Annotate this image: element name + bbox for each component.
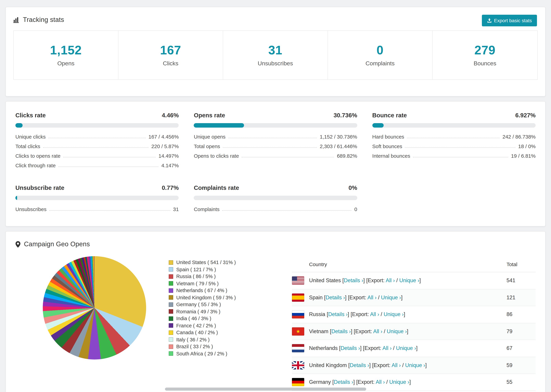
header-country: Country (309, 261, 507, 267)
static-text: ] [Export: (360, 345, 382, 351)
static-text: ] [Export: (351, 328, 373, 334)
export-unique-link[interactable]: Unique › (405, 362, 425, 368)
export-all-link[interactable]: All › (382, 345, 391, 351)
export-all-link[interactable]: All › (367, 294, 376, 300)
legend-swatch (169, 344, 173, 349)
export-unique-link[interactable]: Unique › (381, 294, 401, 300)
export-all-link[interactable]: All › (370, 311, 379, 317)
static-text: ] (419, 278, 421, 283)
flag-cell (292, 344, 309, 352)
flag-cell (292, 378, 309, 386)
dotted-leader (58, 166, 159, 167)
detail-label: Internal bounces (372, 153, 410, 159)
detail-label: Hard bounces (372, 133, 404, 139)
export-unique-link[interactable]: Unique › (389, 379, 409, 385)
details-link[interactable]: Details › (328, 311, 348, 317)
dotted-leader (63, 157, 156, 157)
detail-row: Soft bounces18 / 0% (372, 141, 536, 151)
export-all-link[interactable]: All › (386, 278, 395, 283)
detail-row: Clicks to opens rate14.497% (15, 151, 179, 161)
rate-block: Opens rate30.736%Unique opens1,152 / 30.… (194, 112, 357, 170)
details-link[interactable]: Details › (350, 362, 369, 368)
country-total: 541 (507, 278, 536, 284)
table-row: United Kingdom [Details ›] [Export: All … (292, 357, 536, 374)
dotted-leader (49, 210, 170, 210)
detail-label: Soft bounces (372, 143, 402, 149)
rate-value: 6.927% (515, 112, 536, 119)
static-text: ] [Export: (363, 278, 386, 283)
static-text: [ (342, 278, 344, 283)
legend-label: Romania ( 49 / 3% ) (176, 309, 220, 314)
export-unique-link[interactable]: Unique › (399, 278, 419, 283)
geo-content: United States ( 541 / 31% )Spain ( 121 /… (15, 256, 536, 391)
legend-label: Germany ( 55 / 3% ) (176, 302, 221, 307)
country-name: United Kingdom (309, 362, 348, 368)
geo-legend: United States ( 541 / 31% )Spain ( 121 /… (169, 256, 289, 357)
rate-block: Clicks rate4.46%Unique clicks167 / 4.456… (15, 112, 179, 170)
export-icon (487, 18, 492, 23)
us-flag-icon (292, 277, 304, 285)
detail-value: 220 / 5.87% (151, 143, 179, 149)
export-unique-link[interactable]: Unique › (384, 311, 404, 317)
geo-table-body: United States [Details ›] [Export: All ›… (292, 272, 536, 391)
legend-item: Netherlands ( 67 / 4% ) (169, 287, 289, 294)
country-cell: Netherlands [Details ›] [Export: All › /… (309, 345, 507, 351)
export-all-link[interactable]: All › (376, 379, 385, 385)
flag-cell (292, 310, 309, 319)
dotted-leader (242, 157, 334, 157)
legend-label: Italy ( 36 / 2% ) (176, 337, 210, 343)
details-link[interactable]: Details › (331, 328, 351, 334)
country-total: 59 (507, 362, 536, 368)
progress-bar (15, 123, 179, 128)
stat-label: Unsubscribes (258, 60, 293, 67)
export-all-link[interactable]: All › (392, 362, 401, 368)
detail-label: Total clicks (15, 143, 40, 149)
static-text: / (379, 311, 384, 317)
detail-value: 1,152 / 30.736% (320, 133, 357, 139)
detail-label: Clicks to opens rate (15, 153, 60, 159)
static-text: ] (407, 328, 409, 334)
progress-bar (15, 196, 179, 200)
de-flag-icon (292, 378, 304, 386)
table-row: Spain [Details ›] [Export: All › / Uniqu… (292, 289, 536, 306)
legend-swatch (169, 295, 173, 300)
details-link[interactable]: Details › (326, 294, 345, 300)
export-unique-link[interactable]: Unique › (387, 328, 407, 334)
legend-item: Vietnam ( 79 / 5% ) (169, 280, 289, 287)
export-basic-stats-button[interactable]: Export basic stats (482, 15, 537, 26)
detail-row: Opens to clicks rate689.82% (194, 151, 357, 161)
stat-box-opens: 1,152Opens (14, 31, 118, 79)
legend-item: India ( 46 / 3% ) (169, 315, 289, 322)
stat-value: 167 (160, 43, 181, 57)
detail-row: Click through rate4.147% (15, 161, 179, 170)
details-link[interactable]: Details › (344, 278, 363, 283)
legend-label: Russia ( 86 / 5% ) (176, 274, 216, 279)
export-all-link[interactable]: All › (373, 328, 382, 334)
country-total: 86 (507, 311, 536, 318)
static-text: ] [Export: (348, 311, 370, 317)
rates-card: Clicks rate4.46%Unique clicks167 / 4.456… (6, 101, 545, 226)
flag-cell (292, 294, 309, 302)
detail-label: Total opens (194, 143, 220, 149)
nl-flag-icon (292, 344, 304, 352)
stat-label: Complaints (366, 60, 395, 67)
details-link[interactable]: Details › (334, 379, 353, 385)
export-unique-link[interactable]: Unique › (396, 345, 416, 351)
rate-rows: Unique clicks167 / 4.456%Total clicks220… (15, 132, 179, 170)
legend-label: United States ( 541 / 31% ) (176, 260, 236, 265)
table-row: Vietnam [Details ›] [Export: All › / Uni… (292, 323, 536, 340)
detail-label: Complaints (194, 206, 219, 212)
legend-label: Brazil ( 33 / 2% ) (176, 344, 213, 350)
map-pin-icon (15, 241, 21, 247)
horizontal-scrollbar[interactable] (165, 388, 366, 391)
legend-item: Germany ( 55 / 3% ) (169, 301, 289, 308)
legend-swatch (169, 316, 173, 321)
details-link[interactable]: Details › (340, 345, 360, 351)
legend-label: South Africa ( 29 / 2% ) (176, 351, 227, 357)
legend-item: Spain ( 121 / 7% ) (169, 266, 289, 273)
country-name: Spain (309, 294, 324, 300)
geo-table: Country Total United States [Details ›] … (292, 256, 536, 391)
rate-head: Bounce rate6.927% (372, 112, 536, 119)
detail-row: Total clicks220 / 5.87% (15, 141, 179, 151)
legend-swatch (169, 288, 173, 293)
